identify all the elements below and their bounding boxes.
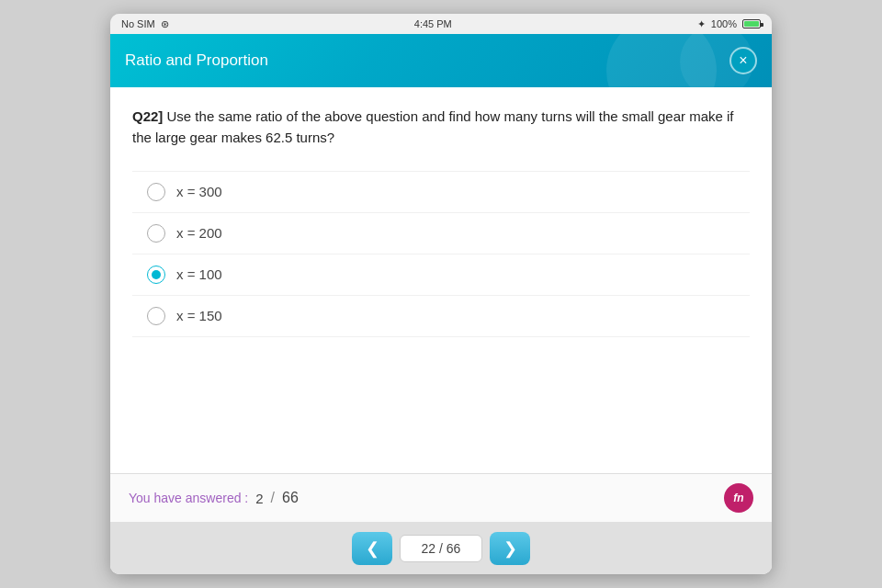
question-number: Q22] — [132, 108, 163, 124]
option-d[interactable]: x = 150 — [132, 296, 750, 337]
answered-label: You have answered : — [129, 491, 248, 505]
prev-button[interactable]: ❮ — [352, 532, 392, 565]
answered-info: You have answered : 2 / 66 — [129, 490, 299, 506]
radio-d — [147, 307, 165, 325]
bluetooth-icon: ✦ — [697, 18, 706, 30]
footer-area: You have answered : 2 / 66 fn ❮ 22 / 66 … — [110, 473, 772, 574]
answered-count: 2 — [255, 491, 263, 506]
page-display: 22 / 66 — [400, 535, 482, 562]
header-title: Ratio and Proportion — [125, 51, 268, 70]
status-left: No SIM ⊛ — [121, 18, 169, 30]
brand-icon: fn — [724, 483, 753, 513]
radio-c-inner — [152, 270, 161, 279]
option-c-label: x = 100 — [176, 266, 222, 282]
answered-bar: You have answered : 2 / 66 fn — [110, 474, 772, 523]
status-right: ✦ 100% — [697, 18, 761, 30]
battery-icon — [742, 19, 761, 28]
option-a[interactable]: x = 300 — [132, 171, 750, 213]
question-text: Q22] Use the same ratio of the above que… — [132, 106, 750, 149]
option-c[interactable]: x = 100 — [132, 254, 750, 296]
content-area: Q22] Use the same ratio of the above que… — [110, 87, 772, 473]
radio-a — [147, 183, 165, 201]
answered-total: 66 — [282, 490, 299, 506]
app-header: Ratio and Proportion × — [110, 34, 772, 87]
status-bar: No SIM ⊛ 4:45 PM ✦ 100% — [110, 14, 772, 34]
option-b[interactable]: x = 200 — [132, 213, 750, 254]
options-list: x = 300 x = 200 x = 100 x = 150 — [132, 171, 750, 337]
device-frame: No SIM ⊛ 4:45 PM ✦ 100% Ratio and Propor… — [110, 14, 772, 574]
radio-c — [147, 266, 165, 284]
question-body: Use the same ratio of the above question… — [132, 108, 734, 145]
close-button[interactable]: × — [729, 47, 757, 74]
next-button[interactable]: ❯ — [490, 532, 530, 565]
option-d-label: x = 150 — [176, 308, 222, 323]
status-time: 4:45 PM — [414, 18, 452, 29]
wifi-icon: ⊛ — [161, 18, 169, 30]
navigation-bar: ❮ 22 / 66 ❯ — [110, 523, 772, 574]
answered-slash: / — [271, 490, 275, 506]
option-b-label: x = 200 — [176, 225, 222, 241]
option-a-label: x = 300 — [176, 184, 222, 199]
radio-b — [147, 224, 165, 243]
battery-label: 100% — [711, 18, 737, 29]
carrier-label: No SIM — [121, 18, 155, 29]
